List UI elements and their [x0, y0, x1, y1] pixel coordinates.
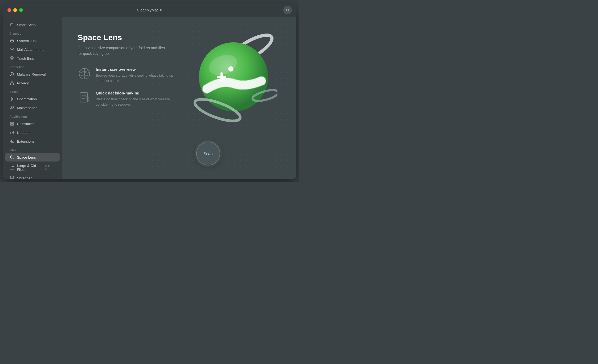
sidebar-item-label: Malware Removal	[17, 72, 46, 76]
feature-list: Instant size overview Browse your storag…	[78, 67, 190, 107]
sidebar-item-label: Extensions	[17, 139, 35, 143]
smart-scan-icon: ⊡	[10, 22, 14, 27]
feature-item-instant-size: Instant size overview Browse your storag…	[78, 67, 190, 83]
sidebar-item-label: Trash Bins	[17, 56, 34, 60]
svg-rect-2	[10, 48, 14, 51]
sidebar-item-label: Optimization	[17, 97, 37, 101]
large-old-files-badge: 6.12 GB	[45, 164, 55, 171]
malware-removal-icon	[10, 72, 14, 77]
sidebar-item-label: Maintenance	[17, 106, 38, 110]
optimization-icon	[10, 97, 14, 101]
maximize-button[interactable]	[19, 8, 23, 12]
sidebar-item-malware-removal[interactable]: Malware Removal	[5, 70, 60, 78]
feature-title: Quick decision-making	[96, 91, 178, 95]
sidebar-item-label: Smart Scan	[17, 23, 36, 27]
svg-point-0	[10, 39, 14, 42]
titlebar: CleanMyMac X ••	[3, 3, 296, 17]
system-junk-icon	[10, 38, 14, 43]
privacy-icon	[10, 81, 14, 85]
section-label-speed: Speed	[3, 88, 62, 94]
app-window: CleanMyMac X •• ⊡ Smart Scan Cleanup	[3, 3, 296, 179]
svg-line-15	[13, 158, 14, 159]
svg-rect-3	[10, 83, 14, 85]
main-area: Space Lens Get a visual size comparison …	[62, 17, 296, 179]
quick-decision-icon	[78, 91, 91, 104]
sidebar-item-label: Large & Old Files	[17, 164, 43, 172]
scan-button[interactable]: Scan	[196, 142, 220, 166]
feature-desc: Browse your storage while seeing what's …	[96, 73, 178, 83]
svg-point-1	[11, 40, 13, 41]
section-label-protection: Protection	[3, 63, 62, 70]
page-title: Space Lens	[78, 33, 190, 42]
trash-bins-icon	[10, 56, 14, 61]
svg-point-7	[11, 97, 12, 98]
menu-dots-icon: ••	[285, 8, 289, 13]
minimize-button[interactable]	[13, 8, 17, 12]
app-title: CleanMyMac X	[137, 8, 162, 12]
sidebar-item-updater[interactable]: Updater	[5, 128, 60, 137]
content-area: ⊡ Smart Scan Cleanup System Junk	[3, 17, 296, 179]
updater-icon	[10, 130, 14, 135]
sidebar: ⊡ Smart Scan Cleanup System Junk	[3, 17, 62, 179]
section-label-cleanup: Cleanup	[3, 29, 62, 36]
instant-size-icon	[78, 67, 91, 80]
main-content: Space Lens Get a visual size comparison …	[78, 30, 190, 107]
sidebar-item-system-junk[interactable]: System Junk	[5, 36, 60, 45]
sidebar-item-label: Updater	[17, 131, 30, 135]
uninstaller-icon	[10, 121, 14, 126]
sidebar-item-mail-attachments[interactable]: Mail Attachments	[5, 45, 60, 54]
section-label-files: Files	[3, 146, 62, 153]
feature-text: Quick decision-making Waste no time chec…	[96, 91, 178, 107]
svg-rect-20	[80, 93, 88, 102]
sidebar-item-label: System Junk	[17, 39, 38, 43]
sidebar-item-smart-scan[interactable]: ⊡ Smart Scan	[5, 20, 60, 29]
space-lens-icon	[10, 155, 14, 160]
sidebar-item-optimization[interactable]: Optimization	[5, 95, 60, 103]
menu-button[interactable]: ••	[283, 6, 292, 14]
sidebar-item-maintenance[interactable]: Maintenance	[5, 104, 60, 112]
sidebar-item-label: Mail Attachments	[17, 48, 44, 52]
svg-point-8	[12, 98, 13, 100]
traffic-lights	[7, 8, 23, 12]
svg-rect-12	[10, 124, 12, 125]
svg-rect-11	[12, 122, 14, 123]
svg-rect-10	[10, 122, 12, 123]
sidebar-item-label: Uninstaller	[17, 122, 34, 126]
feature-title: Instant size overview	[96, 67, 178, 72]
svg-point-25	[228, 66, 234, 72]
close-button[interactable]	[7, 8, 11, 12]
sidebar-item-label: Space Lens	[17, 155, 36, 159]
sidebar-item-label: Shredder	[17, 176, 32, 179]
svg-rect-16	[10, 176, 14, 178]
svg-rect-13	[12, 124, 14, 125]
sidebar-item-privacy[interactable]: Privacy	[5, 79, 60, 87]
svg-point-9	[11, 100, 12, 101]
sidebar-item-space-lens[interactable]: Space Lens	[5, 153, 60, 162]
section-label-applications: Applications	[3, 112, 62, 119]
maintenance-icon	[10, 105, 14, 110]
sidebar-item-uninstaller[interactable]: Uninstaller	[5, 119, 60, 128]
globe-illustration	[190, 25, 280, 126]
mail-attachments-icon	[10, 47, 14, 52]
shredder-icon	[10, 176, 14, 179]
sidebar-item-large-old-files[interactable]: Large & Old Files 6.12 GB	[5, 162, 60, 173]
feature-item-quick-decision: Quick decision-making Waste no time chec…	[78, 91, 190, 107]
large-old-files-icon	[10, 165, 14, 170]
sidebar-item-shredder[interactable]: Shredder	[5, 174, 60, 179]
sidebar-item-trash-bins[interactable]: Trash Bins	[5, 54, 60, 63]
page-subtitle: Get a visual size comparison of your fol…	[78, 45, 168, 56]
feature-text: Instant size overview Browse your storag…	[96, 67, 178, 83]
sidebar-item-label: Privacy	[17, 81, 29, 85]
extensions-icon	[10, 139, 14, 144]
sidebar-item-extensions[interactable]: Extensions	[5, 137, 60, 146]
feature-desc: Waste no time checking the size of what …	[96, 97, 178, 107]
scan-button-container: Scan	[196, 142, 220, 166]
